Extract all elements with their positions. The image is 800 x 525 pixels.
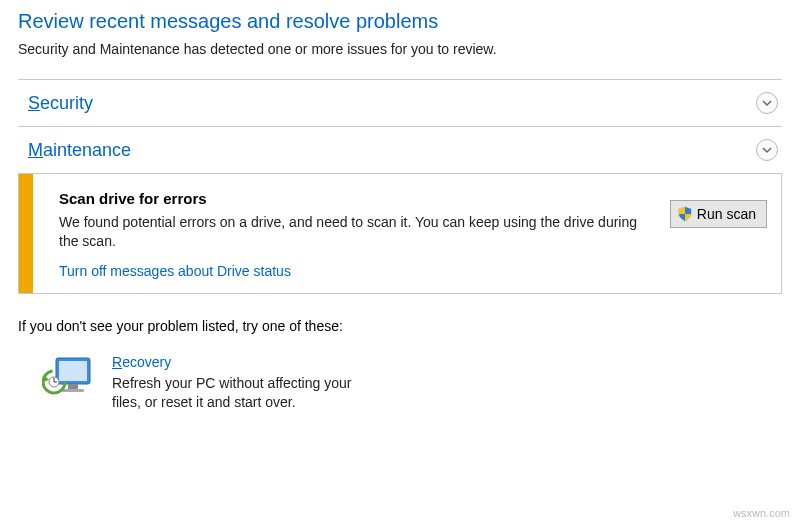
- page-subtitle: Security and Maintenance has detected on…: [18, 41, 782, 57]
- recovery-icon: [42, 354, 94, 402]
- svg-rect-2: [68, 384, 78, 389]
- svg-rect-1: [59, 361, 87, 381]
- run-scan-label: Run scan: [697, 206, 756, 222]
- recovery-description: Refresh your PC without affecting your f…: [112, 374, 372, 412]
- turn-off-messages-link[interactable]: Turn off messages about Drive status: [59, 263, 291, 279]
- message-description: We found potential errors on a drive, an…: [59, 213, 639, 251]
- run-scan-button[interactable]: Run scan: [670, 200, 767, 228]
- section-security-label: Security: [28, 93, 93, 114]
- svg-rect-3: [62, 389, 84, 392]
- chevron-down-icon[interactable]: [756, 92, 778, 114]
- page-title: Review recent messages and resolve probl…: [18, 10, 782, 33]
- message-title: Scan drive for errors: [59, 190, 767, 207]
- section-maintenance[interactable]: Maintenance: [18, 127, 782, 173]
- shield-icon: [677, 206, 693, 222]
- footer-note: If you don't see your problem listed, tr…: [18, 318, 782, 334]
- warning-stripe: [19, 174, 33, 293]
- message-card: Scan drive for errors We found potential…: [18, 173, 782, 294]
- recovery-option: Recovery Refresh your PC without affecti…: [18, 354, 782, 412]
- section-security[interactable]: Security: [18, 80, 782, 126]
- section-maintenance-label: Maintenance: [28, 140, 131, 161]
- chevron-down-icon[interactable]: [756, 139, 778, 161]
- message-body: Scan drive for errors We found potential…: [33, 174, 781, 293]
- recovery-link[interactable]: Recovery: [112, 354, 171, 370]
